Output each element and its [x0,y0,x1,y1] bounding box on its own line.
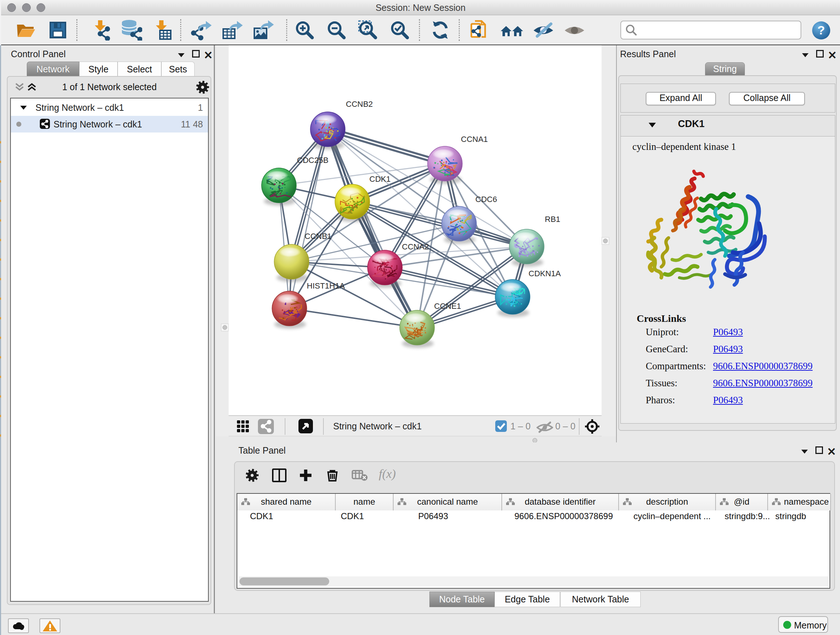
svg-text:HIST1H1A: HIST1H1A [307,281,345,290]
svg-text:CDC25B: CDC25B [297,156,328,165]
svg-text:CCNA2: CCNA2 [402,242,429,251]
svg-text:CDKN1A: CDKN1A [529,269,561,278]
svg-text:CDK1: CDK1 [369,174,391,184]
svg-text:CDC6: CDC6 [475,195,497,204]
svg-text:RB1: RB1 [545,215,561,224]
svg-text:?: ? [818,23,825,37]
svg-text:CCNB1: CCNB1 [305,232,332,241]
svg-text:CCNA1: CCNA1 [461,135,488,144]
svg-text:CCNE1: CCNE1 [434,302,461,310]
svg-text:CCNB2: CCNB2 [346,100,373,109]
